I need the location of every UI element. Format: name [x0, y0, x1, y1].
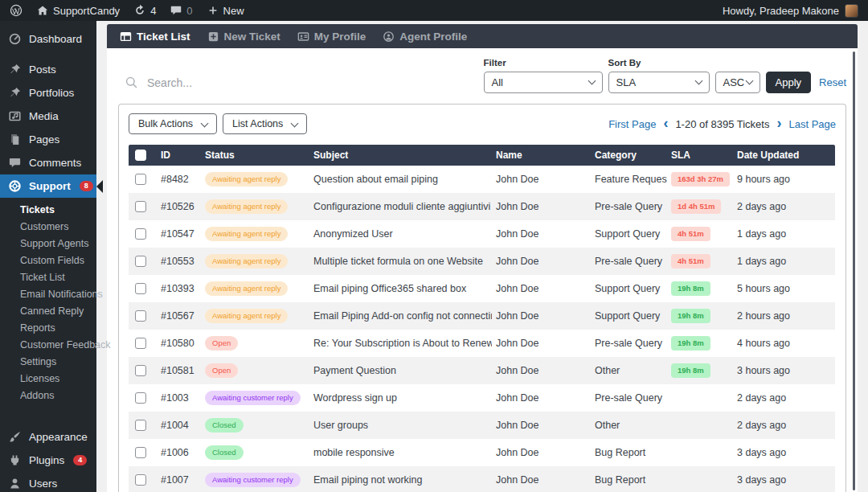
ticket-category: Support Query [591, 310, 667, 322]
tab-my-profile[interactable]: My Profile [290, 24, 374, 48]
sidebar-subitem-support-agents[interactable]: Support Agents [0, 236, 96, 252]
filter-select[interactable]: All [484, 72, 603, 93]
wordpress-logo-menu[interactable] [10, 0, 23, 21]
ticket-subject[interactable]: Re: Your Subscription is About to Renew [309, 338, 492, 349]
sidebar-item-users[interactable]: Users [0, 472, 96, 492]
ticket-subject[interactable]: Email piping not working [309, 474, 492, 486]
sidebar-subitem-reports[interactable]: Reports [0, 320, 96, 337]
sidebar-item-dashboard[interactable]: Dashboard [0, 27, 96, 51]
first-page-link[interactable]: First Page [608, 118, 656, 130]
sidebar-item-pages[interactable]: Pages [0, 128, 96, 151]
sidebar-item-posts[interactable]: Posts [0, 58, 96, 81]
tab-agent-profile[interactable]: Agent Profile [375, 24, 474, 48]
select-all-checkbox[interactable] [135, 150, 146, 161]
ticket-category: Pre-sale Query [591, 256, 667, 267]
table-header: IDStatusSubjectNameCategorySLADate Updat… [129, 145, 835, 166]
row-checkbox[interactable] [135, 174, 146, 185]
ticket-category: Support Query [591, 228, 667, 240]
ticket-name: John Doe [492, 310, 591, 322]
site-name-link[interactable]: SupportCandy [36, 0, 120, 21]
row-checkbox[interactable] [135, 338, 146, 349]
ticket-updated: 2 days ago [733, 201, 836, 212]
ticket-updated: 4 hours ago [733, 338, 836, 349]
search-input[interactable] [147, 76, 324, 89]
sidebar-subitem-custom-fields[interactable]: Custom Fields [0, 252, 96, 269]
sidebar-item-support[interactable]: Support8 [0, 174, 96, 198]
ticket-subject[interactable]: User groups [309, 420, 492, 431]
account-menu[interactable]: Howdy, Pradeep Makone [723, 4, 858, 18]
tab-label: New Ticket [224, 31, 280, 43]
list-toolbar: Bulk Actions List Actions First Page ‹ 1… [119, 105, 845, 143]
ticket-subject[interactable]: Email piping Office365 shared box [309, 283, 492, 294]
ticket-id: #10393 [157, 283, 201, 294]
sort-by-select[interactable]: SLA [608, 72, 710, 93]
row-checkbox[interactable] [135, 447, 146, 458]
ticket-id: #10581 [157, 365, 201, 376]
ticket-name: John Doe [492, 474, 591, 486]
last-page-link[interactable]: Last Page [788, 118, 836, 130]
tab-label: My Profile [314, 31, 366, 43]
sidebar-subitem-licenses[interactable]: Licenses [0, 371, 96, 387]
ticket-name: John Doe [492, 392, 591, 404]
column-header-status: Status [201, 150, 309, 161]
sidebar-subitem-canned-reply[interactable]: Canned Reply [0, 303, 96, 320]
ticket-list-icon [120, 31, 132, 43]
row-checkbox[interactable] [135, 310, 146, 322]
ticket-updated: 9 hours ago [733, 174, 836, 185]
sidebar-item-appearance[interactable]: Appearance [0, 425, 96, 449]
ticket-subject[interactable]: Email Piping Add-on config not connectin… [309, 310, 492, 322]
reset-link[interactable]: Reset [819, 76, 846, 88]
next-page-icon[interactable]: › [776, 116, 781, 130]
ticket-id: #10526 [157, 201, 201, 212]
bulk-actions-button[interactable]: Bulk Actions [129, 113, 217, 134]
row-checkbox[interactable] [135, 420, 146, 431]
sidebar-item-portfolios[interactable]: Portfolios [0, 81, 96, 105]
row-checkbox[interactable] [135, 256, 146, 267]
updates-indicator[interactable]: 4 [133, 0, 156, 21]
chevron-down-icon [291, 119, 299, 127]
ticket-id: #10547 [157, 228, 201, 240]
ticket-panel: Ticket ListNew TicketMy ProfileAgent Pro… [107, 24, 858, 492]
ticket-name: John Doe [492, 283, 591, 294]
row-checkbox[interactable] [135, 201, 146, 212]
ticket-category: Other [591, 420, 667, 431]
filter-label: Filter [484, 58, 603, 68]
row-checkbox[interactable] [135, 474, 146, 486]
apply-button[interactable]: Apply [766, 72, 812, 93]
ticket-subject[interactable]: Multiple ticket formula on one Website [309, 256, 492, 267]
status-badge: Closed [205, 418, 244, 433]
row-checkbox[interactable] [135, 283, 146, 294]
ticket-subject[interactable]: Configurazione moduli cliente aggiuntivi [309, 201, 492, 212]
sidebar-item-media[interactable]: Media [0, 105, 96, 128]
ticket-subject[interactable]: Payment Question [309, 365, 492, 376]
sidebar-subitem-customer-feedback[interactable]: Customer Feedback [0, 337, 96, 354]
new-content-menu[interactable]: New [207, 0, 244, 21]
sidebar-subitem-email-notifications[interactable]: Email Notifications [0, 286, 96, 303]
prev-page-icon[interactable]: ‹ [663, 116, 668, 130]
scrollbar-thumb[interactable] [853, 51, 855, 490]
sidebar-subitem-ticket-list[interactable]: Ticket List [0, 269, 96, 286]
ticket-category: Feature Request [591, 174, 667, 185]
sidebar-subitem-settings[interactable]: Settings [0, 354, 96, 371]
ticket-subject[interactable]: Question about email piping [309, 174, 492, 185]
sidebar-item-plugins[interactable]: Plugins4 [0, 449, 96, 472]
ticket-subject[interactable]: Wordpress sign up [309, 392, 492, 404]
howdy-text: Howdy, Pradeep Makone [723, 5, 839, 17]
sla-badge: 163d 3h 27m [671, 172, 730, 187]
list-actions-button[interactable]: List Actions [223, 113, 307, 134]
row-checkbox[interactable] [135, 392, 146, 404]
tab-new-ticket[interactable]: New Ticket [200, 24, 288, 48]
comments-indicator[interactable]: 0 [170, 0, 192, 21]
sidebar-subitem-customers[interactable]: Customers [0, 219, 96, 236]
ticket-subject[interactable]: Anonymized User [309, 228, 492, 240]
sort-order-select[interactable]: ASC [715, 72, 760, 93]
row-checkbox[interactable] [135, 365, 146, 376]
ticket-subject[interactable]: mobile responsive [309, 447, 492, 458]
tab-ticket-list[interactable]: Ticket List [113, 24, 198, 48]
sidebar-subitem-tickets[interactable]: Tickets [0, 202, 96, 219]
sidebar-subitem-addons[interactable]: Addons [0, 387, 96, 404]
sla-badge: 19h 8m [671, 281, 710, 296]
row-checkbox[interactable] [135, 228, 146, 240]
my-profile-icon [297, 31, 309, 43]
sidebar-item-comments[interactable]: Comments [0, 151, 96, 174]
